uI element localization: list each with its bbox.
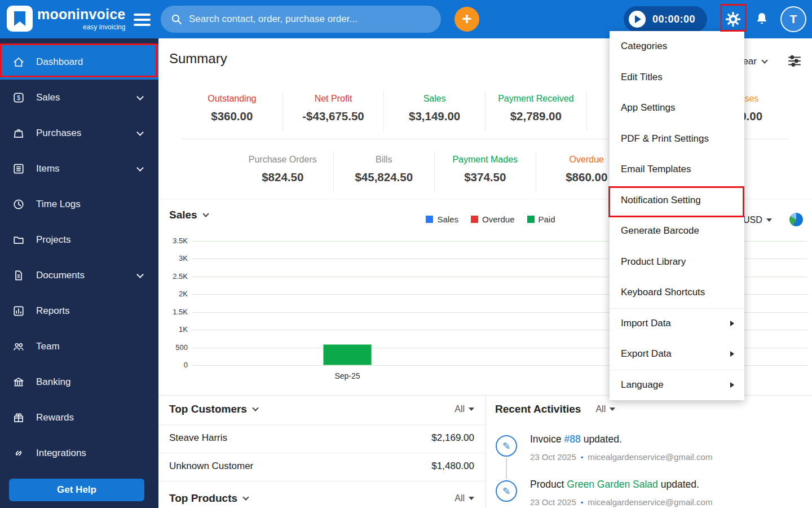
chart-title-label: Sales [169, 209, 197, 221]
sidebar-item-documents[interactable]: Documents [0, 257, 158, 293]
currency-selector[interactable]: USD [743, 215, 772, 225]
divider [486, 395, 486, 508]
top-products-title[interactable]: Top Products [169, 492, 248, 505]
settings-dropdown-menu: Categories Edit Titles App Settings PDF … [610, 31, 744, 400]
activity-date: 23 Oct 2025 [530, 452, 576, 462]
menu-item-app-settings[interactable]: App Settings [610, 93, 744, 124]
divider [158, 424, 486, 425]
menu-item-pdf-print-settings[interactable]: PDF & Print Settings [610, 124, 744, 155]
user-avatar[interactable]: T [780, 6, 806, 32]
caret-down-icon [469, 408, 474, 411]
reports-icon [12, 305, 25, 317]
sidebar-item-sales[interactable]: $ Sales [0, 80, 158, 115]
activity-suffix: updated. [584, 433, 622, 445]
menu-item-notification-setting[interactable]: Notification Setting [610, 185, 744, 216]
edit-pencil-icon[interactable]: ✎ [496, 435, 517, 457]
time-tracker[interactable]: 00:00:00 [624, 6, 707, 32]
chart-bar[interactable] [323, 344, 372, 365]
summary-card-purchase-orders: Purchase Orders $824.50 [232, 151, 334, 192]
items-icon [12, 163, 25, 175]
play-icon[interactable] [629, 11, 646, 28]
card-label: Bills [336, 155, 433, 165]
notifications-bell-icon[interactable] [754, 11, 769, 28]
caret-down-icon [766, 218, 772, 222]
document-icon [12, 269, 25, 282]
recent-activities-header: Recent Activities All [495, 403, 615, 415]
add-new-button[interactable]: + [454, 7, 479, 32]
sidebar-item-rewards[interactable]: Rewards [0, 400, 158, 435]
top-customer-row[interactable]: Unknown Customer $1,480.00 [169, 461, 474, 472]
card-value: $360.00 [184, 110, 280, 123]
menu-item-email-templates[interactable]: Email Templates [610, 154, 744, 185]
top-customer-row[interactable]: Steave Harris $2,169.00 [169, 432, 474, 444]
menu-item-label: Language [621, 379, 664, 391]
sidebar-item-integrations[interactable]: Integrations [0, 435, 158, 471]
sales-icon: $ [12, 91, 25, 104]
sidebar-item-dashboard[interactable]: Dashboard [0, 44, 158, 80]
hamburger-menu-icon[interactable] [134, 14, 151, 26]
menu-item-language[interactable]: Language [610, 370, 744, 401]
settings-gear-icon[interactable] [725, 11, 742, 30]
menu-item-keyboard-shortcuts[interactable]: Keyboard Shortcuts [610, 277, 744, 308]
customer-name: Steave Harris [169, 432, 227, 444]
menu-item-product-library[interactable]: Product Library [610, 247, 744, 278]
filter-icon[interactable] [787, 55, 802, 69]
get-help-button[interactable]: Get Help [9, 479, 144, 501]
recent-activities-filter[interactable]: All [595, 404, 615, 414]
sidebar-item-reports[interactable]: Reports [0, 293, 158, 329]
summary-cards-row2: Purchase Orders $824.50 Bills $45,824.50… [232, 151, 637, 192]
legend-label: Paid [539, 214, 555, 224]
sidebar-item-time-logs[interactable]: Time Logs [0, 186, 158, 222]
activity-suffix: updated. [661, 479, 699, 490]
sidebar-item-label: Projects [36, 234, 70, 246]
menu-item-export-data[interactable]: Export Data [610, 339, 744, 370]
customer-amount: $1,480.00 [431, 461, 474, 472]
bullet-icon: • [581, 453, 584, 462]
activity-link[interactable]: Green Garden Salad [567, 479, 658, 490]
mooninvoice-logo-icon[interactable] [7, 6, 33, 32]
x-axis-tick: Sep-25 [314, 371, 381, 380]
global-search[interactable] [161, 6, 441, 33]
activity-prefix: Invoice [530, 433, 561, 445]
top-customers-filter[interactable]: All [454, 404, 474, 414]
card-value: $824.50 [235, 170, 331, 184]
menu-item-edit-titles[interactable]: Edit Titles [610, 62, 744, 93]
divider [158, 453, 486, 453]
sidebar-item-items[interactable]: Items [0, 151, 158, 186]
sidebar-item-banking[interactable]: Banking [0, 364, 158, 400]
y-axis-tick: 2.5K [158, 272, 188, 281]
legend-item-sales: Sales [426, 214, 458, 224]
sidebar-item-team[interactable]: Team [0, 329, 158, 364]
sidebar-item-label: Items [36, 163, 60, 174]
menu-item-generate-barcode[interactable]: Generate Barcode [610, 216, 744, 247]
sidebar-item-label: Documents [36, 270, 85, 281]
pie-chart-icon[interactable] [789, 213, 803, 226]
activity-meta: 23 Oct 2025•micealgardenservice@gmail.co… [530, 452, 712, 462]
filter-label: All [454, 404, 465, 414]
y-axis-tick: 500 [158, 343, 188, 352]
top-customers-title[interactable]: Top Customers [169, 403, 258, 415]
activity-link[interactable]: #88 [564, 433, 580, 445]
chevron-down-icon [136, 164, 144, 172]
summary-card-outstanding: Outstanding $360.00 [182, 90, 283, 131]
summary-card-payment-received: Payment Received $2,789.00 [486, 90, 587, 131]
top-products-filter[interactable]: All [454, 493, 474, 503]
sidebar-item-projects[interactable]: Projects [0, 222, 158, 257]
summary-card-bills: Bills $45,824.50 [334, 151, 435, 192]
card-value: -$43,675.50 [285, 110, 382, 123]
card-label: Payment Mades [437, 155, 533, 165]
activity-prefix: Product [530, 479, 564, 490]
svg-text:$: $ [17, 94, 20, 101]
currency-label: USD [743, 215, 762, 225]
sales-chart-title[interactable]: Sales [169, 209, 208, 221]
menu-item-import-data[interactable]: Import Data [610, 308, 744, 339]
card-value: $374.50 [437, 170, 533, 184]
chevron-down-icon [242, 494, 249, 500]
activity-date: 23 Oct 2025 [530, 497, 576, 507]
edit-pencil-icon[interactable]: ✎ [496, 480, 517, 502]
sidebar-item-label: Rewards [36, 412, 74, 423]
search-input[interactable] [189, 14, 431, 25]
sidebar-item-label: Integrations [36, 448, 86, 459]
menu-item-categories[interactable]: Categories [610, 31, 744, 62]
sidebar-item-purchases[interactable]: Purchases [0, 115, 158, 151]
